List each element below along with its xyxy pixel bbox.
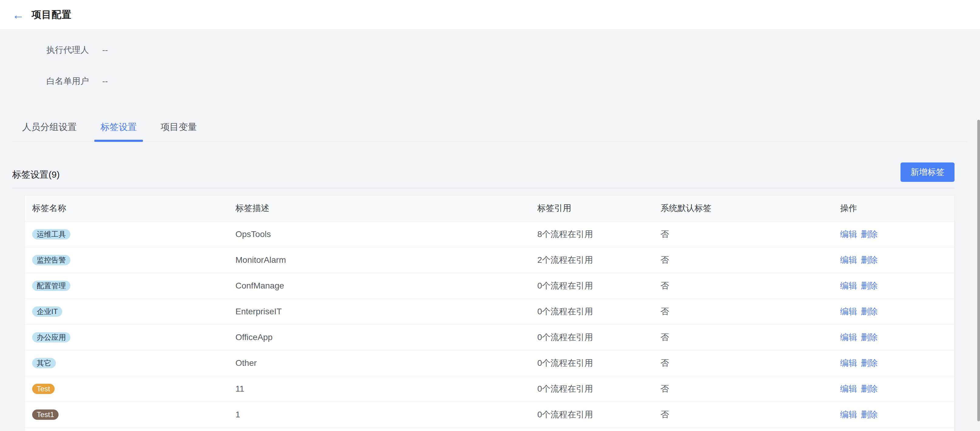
system-default-cell: 否 xyxy=(653,324,832,350)
tag-settings-panel: 标签设置(9) 新增标签 标签名称 标签描述 标签引用 系统默认标签 操作 xyxy=(0,162,980,431)
system-default-cell: 否 xyxy=(653,402,832,427)
tag-desc-cell: 11 xyxy=(228,376,530,402)
page-header: ← 项目配置 xyxy=(0,0,980,30)
content-area: 执行代理人 -- 白名单用户 -- 人员分组设置 标签设置 项目变量 标签设置(… xyxy=(0,30,980,431)
column-header-system-default: 系统默认标签 xyxy=(653,195,832,221)
table-row: Test 11 0个流程在引用 否 编辑删除 xyxy=(25,376,954,402)
table-row: 监控告警 MonitorAlarm 2个流程在引用 否 编辑删除 xyxy=(25,247,954,273)
tag-refs-cell: 0个流程在引用 xyxy=(530,273,653,299)
field-value: -- xyxy=(102,76,108,86)
edit-link[interactable]: 编辑 xyxy=(840,333,857,342)
tab-personnel-group-settings[interactable]: 人员分组设置 xyxy=(22,121,77,141)
delete-link[interactable]: 删除 xyxy=(861,333,878,342)
system-default-cell: 否 xyxy=(653,376,832,402)
delete-link[interactable]: 删除 xyxy=(861,230,878,239)
project-info-fields: 执行代理人 -- 白名单用户 -- xyxy=(0,30,980,87)
table-row: 配置管理 ConfManage 0个流程在引用 否 编辑删除 xyxy=(25,273,954,299)
tags-table-container: 标签名称 标签描述 标签引用 系统默认标签 操作 运维工具 OpsTools 8… xyxy=(24,195,955,431)
column-header-tag-refs: 标签引用 xyxy=(530,195,653,221)
tag-refs-cell: 8个流程在引用 xyxy=(530,221,653,247)
table-row: 运维工具 OpsTools 8个流程在引用 否 编辑删除 xyxy=(25,221,954,247)
tag-desc-cell: ConfManage xyxy=(228,273,530,299)
delete-link[interactable]: 删除 xyxy=(861,410,878,419)
field-label: 白名单用户 xyxy=(46,76,89,87)
tag-refs-cell: 0个流程在引用 xyxy=(530,299,653,324)
back-arrow-icon[interactable]: ← xyxy=(12,9,24,21)
tag-pill: Test xyxy=(32,384,55,394)
table-row: 办公应用 OfficeApp 0个流程在引用 否 编辑删除 xyxy=(25,324,954,350)
tags-table: 标签名称 标签描述 标签引用 系统默认标签 操作 运维工具 OpsTools 8… xyxy=(25,195,954,428)
tag-desc-cell: OpsTools xyxy=(228,221,530,247)
edit-link[interactable]: 编辑 xyxy=(840,384,857,393)
edit-link[interactable]: 编辑 xyxy=(840,281,857,290)
add-tag-button[interactable]: 新增标签 xyxy=(900,162,955,182)
system-default-cell: 否 xyxy=(653,247,832,273)
tab-tag-settings[interactable]: 标签设置 xyxy=(100,121,137,141)
edit-link[interactable]: 编辑 xyxy=(840,230,857,239)
table-row: Test1 1 0个流程在引用 否 编辑删除 xyxy=(25,402,954,427)
tag-refs-cell: 2个流程在引用 xyxy=(530,247,653,273)
table-row: 企业IT EnterpriseIT 0个流程在引用 否 编辑删除 xyxy=(25,299,954,324)
delete-link[interactable]: 删除 xyxy=(861,281,878,290)
section-title: 标签设置(9) xyxy=(12,168,60,181)
column-header-tag-name: 标签名称 xyxy=(25,195,228,221)
system-default-cell: 否 xyxy=(653,350,832,376)
edit-link[interactable]: 编辑 xyxy=(840,410,857,419)
field-exec-agent: 执行代理人 -- xyxy=(46,44,980,56)
tag-pill: 企业IT xyxy=(32,306,62,317)
tag-desc-cell: 1 xyxy=(228,402,530,427)
system-default-cell: 否 xyxy=(653,273,832,299)
edit-link[interactable]: 编辑 xyxy=(840,255,857,265)
tag-desc-cell: Other xyxy=(228,350,530,376)
tag-refs-cell: 0个流程在引用 xyxy=(530,402,653,427)
table-header-row: 标签名称 标签描述 标签引用 系统默认标签 操作 xyxy=(25,195,954,221)
tag-desc-cell: EnterpriseIT xyxy=(228,299,530,324)
field-label: 执行代理人 xyxy=(46,44,89,56)
delete-link[interactable]: 删除 xyxy=(861,384,878,393)
field-whitelist-users: 白名单用户 -- xyxy=(46,75,980,87)
column-header-tag-desc: 标签描述 xyxy=(228,195,530,221)
tag-desc-cell: OfficeApp xyxy=(228,324,530,350)
tag-pill: 其它 xyxy=(32,358,56,368)
tag-pill: Test1 xyxy=(32,409,59,420)
column-header-actions: 操作 xyxy=(832,195,954,221)
tag-desc-cell: MonitorAlarm xyxy=(228,247,530,273)
edit-link[interactable]: 编辑 xyxy=(840,358,857,368)
vertical-scrollbar-thumb[interactable] xyxy=(977,120,980,421)
field-value: -- xyxy=(102,45,108,55)
page-title: 项目配置 xyxy=(32,8,72,22)
tag-pill: 运维工具 xyxy=(32,229,70,239)
delete-link[interactable]: 删除 xyxy=(861,307,878,316)
table-row: 其它 Other 0个流程在引用 否 编辑删除 xyxy=(25,350,954,376)
tag-pill: 配置管理 xyxy=(32,280,70,291)
system-default-cell: 否 xyxy=(653,299,832,324)
system-default-cell: 否 xyxy=(653,221,832,247)
delete-link[interactable]: 删除 xyxy=(861,358,878,368)
tab-project-variables[interactable]: 项目变量 xyxy=(161,121,197,141)
tag-pill: 办公应用 xyxy=(32,332,70,342)
tag-pill: 监控告警 xyxy=(32,255,70,265)
section-divider xyxy=(12,188,955,188)
tag-refs-cell: 0个流程在引用 xyxy=(530,324,653,350)
tag-refs-cell: 0个流程在引用 xyxy=(530,376,653,402)
edit-link[interactable]: 编辑 xyxy=(840,307,857,316)
tab-bar: 人员分组设置 标签设置 项目变量 xyxy=(12,121,967,142)
delete-link[interactable]: 删除 xyxy=(861,255,878,265)
section-head: 标签设置(9) 新增标签 xyxy=(12,162,955,182)
tag-refs-cell: 0个流程在引用 xyxy=(530,350,653,376)
